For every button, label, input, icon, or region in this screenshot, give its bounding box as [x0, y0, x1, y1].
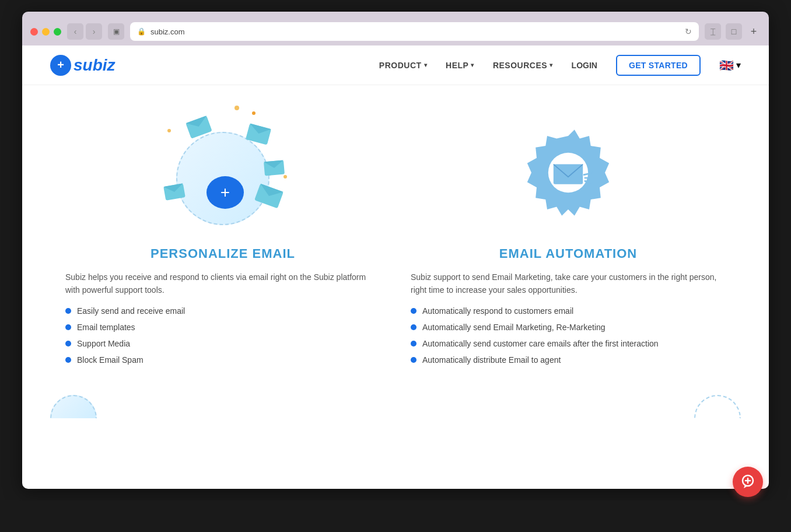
auto-feature-item-4: Automatically distribute Email to agent	[411, 355, 726, 365]
auto-feature-dot-3	[411, 341, 416, 346]
auto-feature-text-3: Automatically send customer care emails …	[422, 339, 659, 348]
logo-text: subiz	[74, 56, 116, 75]
nav-buttons: ‹ ›	[67, 23, 102, 40]
main-content: +	[22, 85, 769, 395]
product-nav[interactable]: PRODUCT ▾	[379, 61, 427, 70]
personalize-description: Subiz helps you receive and respond to c…	[65, 271, 380, 297]
feature-item-3: Support Media	[65, 339, 380, 348]
automation-feature-list: Automatically respond to customers email…	[411, 306, 726, 372]
feature-item-4: Block Email Spam	[65, 355, 380, 365]
personalize-illustration: +	[50, 108, 396, 237]
chat-button[interactable]	[733, 467, 763, 497]
envelope-5	[264, 160, 285, 176]
nav-links: PRODUCT ▾ HELP ▾ RESOURCES ▾ LOGIN GET S…	[379, 55, 741, 76]
feature-item-1: Easily send and receive email	[65, 306, 380, 316]
feature-dot-3	[65, 341, 71, 346]
gear-svg	[516, 120, 621, 225]
personalize-feature-list: Easily send and receive email Email temp…	[65, 306, 380, 372]
auto-feature-text-2: Automatically send Email Marketing, Re-M…	[422, 323, 606, 332]
dot-decoration-3	[284, 175, 287, 178]
help-nav[interactable]: HELP ▾	[446, 61, 474, 70]
page-content: + subiz PRODUCT ▾ HELP ▾ RESOURCES ▾ LOG…	[22, 46, 769, 489]
new-tab-button[interactable]: +	[747, 24, 761, 38]
minimize-button[interactable]	[42, 28, 50, 36]
login-nav[interactable]: LOGIN	[572, 61, 597, 70]
share-button[interactable]: ⌶	[705, 23, 721, 40]
auto-feature-dot-2	[411, 324, 416, 330]
dot-decoration-4	[167, 129, 171, 132]
sidebar-button[interactable]: ▣	[108, 23, 124, 40]
email-envelope-illustration: +	[159, 114, 287, 231]
envelope-body	[554, 164, 583, 184]
language-selector[interactable]: 🇬🇧 ▾	[719, 58, 741, 72]
feature-text-2: Email templates	[77, 323, 135, 332]
url-text: subiz.com	[150, 27, 185, 36]
automation-section: EMAIL AUTOMATION Subiz support to send E…	[396, 108, 741, 372]
bottom-circle-left	[50, 395, 97, 418]
browser-window: ‹ › ▣ 🔒 subiz.com ↻ ⌶ □ + + subiz PRODUC…	[22, 12, 769, 489]
gear-illustration	[510, 114, 626, 231]
forward-button[interactable]: ›	[86, 23, 102, 40]
chevron-down-icon: ▾	[550, 62, 553, 68]
personalize-title: PERSONALIZE EMAIL	[150, 246, 295, 261]
chevron-down-icon: ▾	[736, 60, 741, 71]
browser-actions: ⌶ □ +	[705, 23, 761, 40]
get-started-button[interactable]: GET STARTED	[616, 55, 701, 76]
feature-text-4: Block Email Spam	[77, 355, 144, 365]
browser-chrome: ‹ › ▣ 🔒 subiz.com ↻ ⌶ □ +	[22, 12, 769, 46]
close-button[interactable]	[30, 28, 38, 36]
bottom-section-hint	[22, 395, 769, 412]
resources-nav[interactable]: RESOURCES ▾	[493, 61, 553, 70]
chevron-down-icon: ▾	[424, 62, 428, 68]
lock-icon: 🔒	[137, 27, 146, 36]
navbar: + subiz PRODUCT ▾ HELP ▾ RESOURCES ▾ LOG…	[22, 46, 769, 85]
feature-item-2: Email templates	[65, 323, 380, 332]
automation-description: Subiz support to send Email Marketing, t…	[411, 271, 726, 297]
chevron-down-icon: ▾	[471, 62, 474, 68]
auto-feature-item-1: Automatically respond to customers email	[411, 306, 726, 316]
feature-dot-2	[65, 324, 71, 330]
tab-button[interactable]: □	[726, 23, 742, 40]
auto-feature-item-3: Automatically send customer care emails …	[411, 339, 726, 348]
logo[interactable]: + subiz	[50, 55, 116, 76]
feature-text-1: Easily send and receive email	[77, 306, 185, 316]
personalize-section: +	[50, 108, 396, 372]
bottom-circle-right	[694, 395, 741, 418]
automation-illustration	[396, 108, 741, 237]
logo-icon: +	[50, 55, 71, 76]
automation-title: EMAIL AUTOMATION	[499, 246, 637, 261]
back-button[interactable]: ‹	[67, 23, 83, 40]
traffic-lights	[30, 28, 61, 36]
flag-icon: 🇬🇧	[719, 58, 734, 72]
auto-feature-item-2: Automatically send Email Marketing, Re-M…	[411, 323, 726, 332]
refresh-button[interactable]: ↻	[685, 27, 692, 36]
plus-bubble: +	[206, 176, 244, 209]
auto-feature-text-1: Automatically respond to customers email	[422, 306, 573, 316]
auto-feature-text-4: Automatically distribute Email to agent	[422, 355, 561, 365]
dot-decoration-1	[235, 106, 239, 110]
feature-dot-4	[65, 357, 71, 363]
feature-dot-1	[65, 308, 71, 314]
address-bar[interactable]: 🔒 subiz.com ↻	[130, 22, 699, 41]
auto-feature-dot-1	[411, 308, 416, 314]
feature-text-3: Support Media	[77, 339, 130, 348]
maximize-button[interactable]	[54, 28, 61, 36]
chat-icon	[740, 474, 755, 489]
dot-decoration-2	[252, 111, 256, 115]
auto-feature-dot-4	[411, 357, 416, 363]
